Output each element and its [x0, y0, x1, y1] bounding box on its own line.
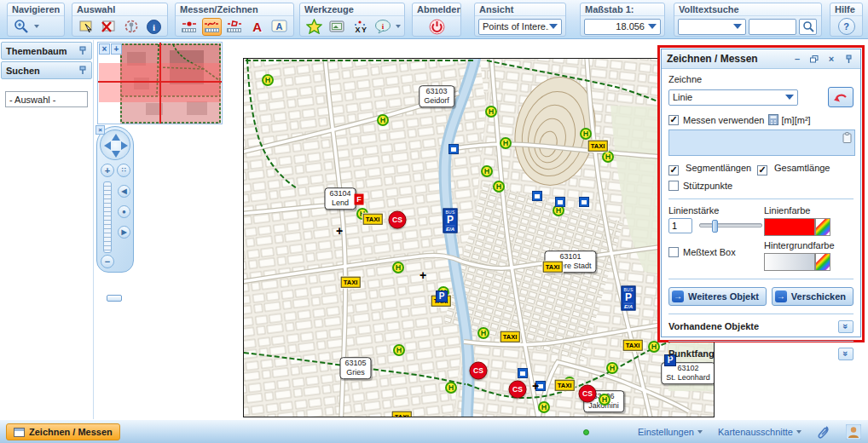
taxi-marker[interactable]: TAXI	[363, 214, 383, 225]
measure-area-button[interactable]	[224, 18, 245, 36]
transit-stop-marker[interactable]: H	[493, 181, 505, 193]
transit-stop-marker[interactable]: H	[477, 327, 489, 339]
logout-button[interactable]	[426, 18, 447, 36]
transit-stop-marker[interactable]: H	[648, 341, 660, 353]
parking-marker[interactable]: P	[436, 291, 448, 302]
taxi-marker[interactable]: TAXI	[543, 262, 563, 273]
zoom-in-button[interactable]: +	[101, 164, 114, 177]
poi-photo-marker[interactable]	[532, 191, 542, 201]
poi-photo-marker[interactable]	[555, 197, 565, 207]
paperclip-icon[interactable]	[817, 424, 830, 440]
pin-icon[interactable]	[78, 66, 87, 75]
xy-coordinate-button[interactable]: XY	[350, 18, 370, 36]
sidebar-tab-themenbaum[interactable]: Themenbaum	[1, 42, 92, 60]
taxi-marker[interactable]: TAXI	[588, 141, 608, 152]
draw-type-select[interactable]: Linie	[668, 89, 798, 106]
select-by-rectangle-button[interactable]	[76, 18, 96, 36]
line-color-picker[interactable]	[815, 218, 830, 236]
transit-stop-marker[interactable]: H	[445, 382, 457, 394]
kartenausschnitte-menu[interactable]: Kartenausschnitte	[718, 427, 801, 437]
map-tip-dropdown-arrow[interactable]	[396, 25, 401, 28]
active-task-tab[interactable]: Zeichnen / Messen	[6, 423, 120, 440]
measure-line-button[interactable]	[202, 18, 223, 36]
background-color-picker[interactable]	[815, 253, 830, 271]
transit-stop-marker[interactable]: H	[602, 151, 614, 163]
punktfang-expand-button[interactable]: »	[838, 348, 854, 360]
minimize-icon[interactable]: –	[790, 53, 804, 66]
help-button[interactable]: ?	[838, 18, 855, 35]
stuetzpunkte-checkbox[interactable]	[668, 181, 679, 191]
transit-stop-marker[interactable]: H	[262, 74, 274, 86]
parking-marker[interactable]: BUSPE/A	[443, 209, 458, 233]
transit-stop-marker[interactable]: H	[377, 114, 389, 126]
transit-stop-marker[interactable]: H	[580, 128, 592, 140]
transit-stop-marker[interactable]: H	[599, 394, 610, 406]
sidebar-tab-suchen[interactable]: Suchen	[1, 61, 92, 79]
previous-extent-button[interactable]: ◀	[118, 185, 130, 198]
pin-icon[interactable]	[842, 53, 855, 66]
transit-stop-marker[interactable]: H	[481, 165, 493, 177]
taxi-marker[interactable]: TAXI	[392, 411, 412, 417]
transit-stop-marker[interactable]: H	[500, 137, 512, 149]
full-extent-button[interactable]: ∷	[117, 164, 130, 177]
parking-marker[interactable]: BUSPE/A	[622, 286, 636, 311]
identify-button[interactable]: i	[144, 18, 165, 36]
taxi-marker[interactable]: TAXI	[501, 331, 520, 342]
transit-stop-marker[interactable]: H	[538, 401, 550, 413]
pan-left-icon[interactable]	[104, 141, 111, 150]
carsharing-marker[interactable]: CS	[470, 362, 488, 380]
taxi-marker[interactable]: TAXI	[555, 380, 575, 391]
user-avatar-icon[interactable]	[846, 424, 861, 440]
taxi-marker[interactable]: TAXI	[623, 340, 643, 351]
transit-stop-marker[interactable]: H	[393, 344, 405, 356]
zoom-slider-handle[interactable]	[107, 295, 122, 302]
line-width-input[interactable]	[668, 218, 692, 233]
map-tip-button[interactable]: i	[373, 18, 393, 36]
segmentlaengen-checkbox[interactable]: ✓	[668, 165, 679, 175]
restore-icon[interactable]	[807, 53, 821, 66]
text-annotation-button[interactable]: A	[247, 18, 268, 36]
zoom-out-button[interactable]: −	[101, 255, 114, 268]
carsharing-marker[interactable]: CS	[579, 385, 597, 403]
add-favorite-button[interactable]	[304, 18, 324, 36]
messen-verwenden-checkbox[interactable]: ✓	[668, 115, 679, 125]
measure-point-button[interactable]	[179, 18, 200, 36]
taxi-marker[interactable]: TAXI	[341, 277, 361, 288]
transit-stop-marker[interactable]: H	[606, 362, 618, 374]
initial-extent-button[interactable]: ●	[118, 205, 130, 218]
close-icon[interactable]: ×	[825, 53, 838, 66]
navigation-collapse-icon[interactable]: ×	[95, 125, 105, 135]
line-width-slider-handle[interactable]	[712, 220, 718, 233]
pan-up-icon[interactable]	[112, 134, 120, 141]
line-width-slider[interactable]	[699, 223, 762, 227]
scale-combo[interactable]: 18.056	[584, 19, 661, 35]
transit-stop-marker[interactable]: H	[392, 262, 404, 273]
poi-photo-marker[interactable]	[448, 144, 459, 154]
measure-result-box[interactable]	[668, 129, 855, 156]
next-extent-button[interactable]: ▶	[118, 226, 130, 239]
fulltext-category-select[interactable]	[678, 19, 746, 35]
label-annotation-button[interactable]: A	[269, 18, 290, 36]
undo-button[interactable]	[828, 87, 854, 107]
buffer-tool-button[interactable]	[121, 18, 142, 36]
overview-map[interactable]: × +	[97, 42, 223, 124]
carsharing-marker[interactable]: CS	[389, 211, 407, 229]
messtext-box-checkbox[interactable]	[668, 247, 679, 257]
gesamtlaenge-checkbox[interactable]: ✓	[757, 165, 767, 175]
verschicken-button[interactable]: → Verschicken	[772, 287, 854, 306]
einstellungen-menu[interactable]: Einstellungen	[638, 427, 703, 437]
poi-photo-marker[interactable]	[518, 368, 528, 378]
zoom-tool-dropdown-arrow[interactable]	[34, 25, 39, 28]
clear-selection-button[interactable]	[99, 18, 119, 36]
weiteres-objekt-button[interactable]: → Weiteres Objekt	[668, 287, 767, 306]
pin-icon[interactable]	[78, 46, 87, 55]
print-map-button[interactable]	[327, 18, 347, 36]
zoom-slider[interactable]	[103, 181, 112, 253]
poi-photo-marker[interactable]	[579, 197, 589, 207]
clipboard-icon[interactable]	[842, 132, 852, 143]
carsharing-marker[interactable]: CS	[509, 381, 527, 399]
overview-move-icon[interactable]: +	[111, 43, 122, 55]
background-color-swatch[interactable]	[764, 253, 815, 271]
map-canvas[interactable]: 63103Geidorf63104Lend63101Innere Stadt63…	[243, 58, 715, 417]
search-button[interactable]	[799, 19, 817, 35]
